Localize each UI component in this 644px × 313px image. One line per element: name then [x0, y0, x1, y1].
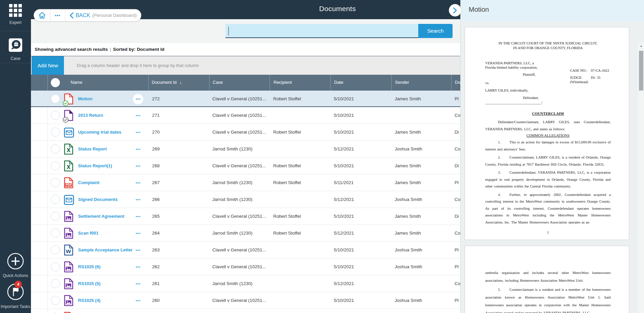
document-name-link[interactable]: 2013 Return: [78, 107, 133, 124]
table-row[interactable]: U Motion ••• 272 Clavell v General (1025…: [31, 90, 460, 107]
doc-type-cell: Co: [455, 191, 460, 208]
row-actions-button[interactable]: •••: [133, 228, 143, 239]
row-actions-button[interactable]: •••: [133, 279, 143, 289]
row-actions-button[interactable]: •••: [133, 295, 143, 306]
document-name-link[interactable]: Scan f001: [78, 225, 133, 242]
document-name-link[interactable]: Sample Acceptance Letter: [78, 242, 133, 258]
back-button[interactable]: BACK (Personal Dashboard): [65, 9, 141, 21]
document-name-link[interactable]: Complaint: [78, 174, 133, 191]
row-checkbox[interactable]: [51, 94, 60, 103]
row-actions-button[interactable]: •••: [133, 262, 143, 272]
table-row[interactable]: RS1025 (6) ••• 262 Clavell v General (10…: [31, 258, 460, 275]
document-name-link[interactable]: RS1025 (5): [78, 275, 133, 292]
row-actions-button[interactable]: •••: [133, 178, 143, 188]
table-row[interactable]: 2013 Return ••• 271 Clavell v General (1…: [31, 107, 460, 124]
add-new-button[interactable]: Add New: [32, 56, 64, 75]
row-actions-button[interactable]: •••: [133, 161, 143, 171]
row-actions-button[interactable]: •••: [133, 94, 143, 104]
scroll-up-icon[interactable]: ▲: [638, 43, 644, 49]
column-label: Case: [213, 80, 223, 85]
table-row[interactable]: Scan f001 ••• 264 Jarrod Smith (1230) Ro…: [31, 225, 460, 242]
preview-scrollbar[interactable]: ▲ ▼: [638, 42, 644, 313]
table-row[interactable]: U X Status Report ••• 269 Jarrod Smith (…: [31, 141, 460, 158]
document-id-cell: 269: [152, 141, 209, 158]
column-header-case[interactable]: Case: [209, 75, 270, 90]
case-cell: Clavell v General (10251...: [212, 208, 271, 225]
sidebar-item-important-tasks[interactable]: 4 Important Tasks: [0, 283, 31, 309]
document-name-link[interactable]: Status Report: [78, 141, 133, 158]
row-checkbox[interactable]: [51, 144, 60, 153]
row-actions-button[interactable]: •••: [133, 211, 143, 222]
row-checkbox[interactable]: [51, 229, 60, 238]
ellipsis-icon: •••: [136, 198, 141, 202]
table-row[interactable]: RS1025 (5) ••• 261 Jarrod Smith (1230) 5…: [31, 275, 460, 292]
row-actions-button[interactable]: •••: [133, 127, 143, 138]
sorted-by-label: Sorted by:: [113, 47, 136, 52]
table-row[interactable]: Settlement Agreement ••• 265 Clavell v G…: [31, 208, 460, 225]
column-header-sender[interactable]: Sender: [391, 75, 451, 90]
panel-collapse-button[interactable]: [449, 4, 461, 16]
row-checkbox[interactable]: [51, 128, 60, 137]
table-row[interactable]: U PDF Complaint ••• 267 Jarrod Smith (12…: [31, 174, 460, 191]
row-checkbox[interactable]: [51, 262, 60, 271]
row-actions-button[interactable]: •••: [133, 195, 143, 205]
search-input[interactable]: [225, 24, 418, 38]
document-id-cell: 263: [152, 242, 209, 258]
recipient-cell: Robert Stoffel: [273, 91, 331, 107]
row-checkbox[interactable]: [51, 195, 60, 204]
sidebar-item-expert[interactable]: Expert: [0, 4, 31, 25]
important-tasks-count-badge: 4: [14, 281, 22, 288]
row-actions-button[interactable]: •••: [133, 110, 143, 121]
row-checkbox[interactable]: [51, 111, 60, 120]
row-checkbox[interactable]: [51, 296, 60, 305]
table-row[interactable]: PDF: [31, 309, 460, 313]
sidebar-item-quick-actions[interactable]: Quick Actions: [0, 252, 31, 278]
column-header-date[interactable]: Date: [330, 75, 391, 90]
row-checkbox[interactable]: [51, 161, 60, 170]
main-content: Documents •••: [31, 0, 460, 313]
ellipsis-icon: •••: [136, 248, 141, 252]
more-menu-button[interactable]: •••: [50, 9, 65, 21]
preview-viewer[interactable]: IN THE CIRCUIT COURT OF THE NINTH JUDICI…: [461, 21, 644, 313]
column-header-doc-type[interactable]: Do: [451, 75, 460, 90]
table-row[interactable]: Upcoming trial dates ••• 270 Clavell v G…: [31, 124, 460, 141]
document-name-link[interactable]: RS1025 (4): [78, 292, 133, 309]
excel-icon: X: [64, 143, 74, 155]
document-name-link[interactable]: Motion: [78, 91, 133, 107]
doc-type-cell: Di: [455, 208, 460, 225]
column-header-document-id[interactable]: Document Id↓: [148, 75, 209, 90]
email-icon: [64, 194, 74, 206]
column-divider: [47, 107, 48, 124]
column-header-recipient[interactable]: Recipient: [270, 75, 330, 90]
home-button[interactable]: [34, 9, 50, 21]
search-button[interactable]: Search: [418, 24, 453, 38]
column-divider: [47, 225, 48, 241]
row-checkbox[interactable]: [51, 279, 60, 288]
document-name-link[interactable]: Settlement Agreement: [78, 208, 133, 225]
sender-cell: Joshua Smith: [395, 141, 452, 158]
sidebar-item-case[interactable]: Case: [0, 37, 31, 61]
sort-descending-icon: ↓: [180, 80, 182, 85]
row-checkbox[interactable]: [51, 178, 60, 187]
preview-header: Motion: [461, 0, 644, 21]
recipient-cell: Robert Stoffel: [273, 208, 331, 225]
document-name-link[interactable]: Signed Documents: [78, 191, 133, 208]
image-icon: [64, 295, 74, 307]
document-name-link[interactable]: RS1025 (6): [78, 258, 133, 275]
table-row[interactable]: RS1025 (4) ••• 260 Clavell v General (10…: [31, 292, 460, 309]
row-checkbox[interactable]: [51, 212, 60, 221]
row-actions-button[interactable]: •••: [133, 245, 143, 255]
document-name-link[interactable]: Upcoming trial dates: [78, 124, 133, 141]
row-actions-button[interactable]: •••: [133, 144, 143, 154]
table-row[interactable]: W Sample Acceptance Letter ••• 263 Clave…: [31, 242, 460, 258]
select-all-checkbox[interactable]: [51, 78, 60, 87]
table-row[interactable]: Signed Documents ••• 266 Jarrod Smith (1…: [31, 191, 460, 208]
document-name-link[interactable]: Status Report(1): [78, 158, 133, 174]
page2-paragraphs: umbrella organization and includes sever…: [485, 269, 611, 313]
column-divider: [47, 174, 48, 191]
row-checkbox[interactable]: [51, 245, 60, 254]
scrollbar-thumb[interactable]: [639, 51, 643, 91]
doc-approved-icon: [64, 110, 74, 122]
column-header-name[interactable]: Name: [47, 75, 148, 90]
table-row[interactable]: X Status Report(1) ••• 268 Clavell v Gen…: [31, 158, 460, 174]
